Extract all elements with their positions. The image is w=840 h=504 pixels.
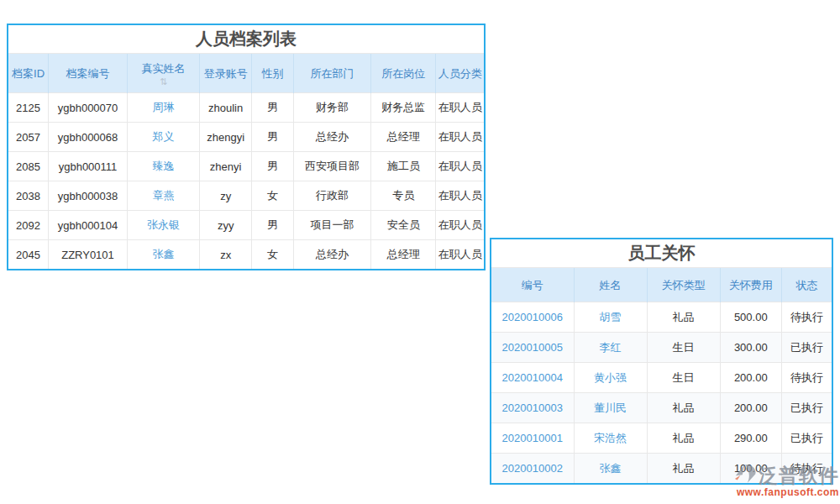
table-cell: 生日: [647, 333, 720, 363]
table-cell: 在职人员: [436, 152, 484, 181]
table-row: 2020010004黄小强生日200.00待执行: [491, 363, 832, 393]
table-cell: 总经理: [371, 240, 436, 270]
table-cell: 2057: [8, 123, 49, 152]
personnel-header-row: 档案ID档案编号真实姓名⇅登录账号性别所在部门所在岗位人员分类: [8, 54, 484, 93]
sort-icon[interactable]: ⇅: [129, 77, 197, 86]
table-cell: 行政部: [293, 181, 371, 211]
table-cell: 2085: [8, 152, 49, 181]
column-header[interactable]: 登录账号: [200, 54, 252, 93]
table-cell: 财务部: [293, 93, 371, 123]
table-cell-link[interactable]: 臻逸: [127, 152, 199, 181]
table-cell: 在职人员: [436, 181, 484, 211]
column-header[interactable]: 真实姓名⇅: [127, 54, 199, 93]
table-cell: 在职人员: [436, 93, 484, 123]
table-cell-link[interactable]: 2020010006: [491, 302, 574, 333]
table-cell: 2092: [8, 211, 49, 240]
column-header[interactable]: 人员分类: [436, 54, 484, 93]
personnel-table-title: 人员档案列表: [8, 25, 484, 54]
care-table-body: 2020010006胡雪礼品500.00待执行2020010005李红生日300…: [491, 302, 832, 484]
table-cell: 男: [252, 123, 293, 152]
table-row: 2020010005李红生日300.00已执行: [491, 333, 832, 363]
table-cell-link[interactable]: 董川民: [574, 393, 647, 423]
table-row: 2038ygbh000038章燕zy女行政部专员在职人员: [8, 181, 484, 211]
column-header-label: 关怀类型: [662, 278, 706, 292]
table-cell-link[interactable]: 黄小强: [574, 363, 647, 393]
table-cell-link[interactable]: 2020010001: [491, 423, 574, 454]
table-cell: 礼品: [647, 454, 720, 484]
table-cell-link[interactable]: 周琳: [127, 93, 199, 123]
column-header[interactable]: 关怀类型: [647, 268, 720, 302]
column-header-label: 档案ID: [12, 66, 45, 81]
column-header[interactable]: 编号: [491, 268, 574, 302]
table-row: 2020010006胡雪礼品500.00待执行: [491, 302, 832, 333]
table-cell: 在职人员: [436, 123, 484, 152]
table-cell: 2045: [8, 240, 49, 270]
table-cell: 项目一部: [293, 211, 371, 240]
table-cell: 总经理: [371, 123, 436, 152]
table-cell: 总经办: [293, 240, 371, 270]
table-cell: 待执行: [781, 454, 832, 484]
table-cell: 在职人员: [436, 211, 484, 240]
table-cell: 500.00: [720, 302, 781, 333]
table-cell: 女: [252, 240, 293, 270]
table-cell: ygbh000070: [49, 93, 128, 123]
table-cell: 已执行: [781, 423, 832, 454]
column-header-label: 档案编号: [66, 66, 110, 81]
table-cell-link[interactable]: 2020010003: [491, 393, 574, 423]
table-cell: 待执行: [781, 302, 832, 333]
table-cell-link[interactable]: 胡雪: [574, 302, 647, 333]
table-cell: 已执行: [781, 393, 832, 423]
table-cell: 待执行: [781, 363, 832, 393]
care-table-title: 员工关怀: [491, 239, 832, 268]
table-cell-link[interactable]: 2020010002: [491, 454, 574, 484]
table-cell: 财务总监: [371, 93, 436, 123]
column-header-label: 人员分类: [438, 66, 482, 81]
table-cell: 礼品: [647, 393, 720, 423]
table-cell: 200.00: [720, 393, 781, 423]
column-header[interactable]: 档案ID: [8, 54, 49, 93]
table-row: 2020010001宋浩然礼品290.00已执行: [491, 423, 832, 454]
care-header-row: 编号姓名关怀类型关怀费用状态: [491, 268, 832, 302]
table-cell: 男: [252, 93, 293, 123]
table-cell-link[interactable]: 张鑫: [574, 454, 647, 484]
table-cell-link[interactable]: 宋浩然: [574, 423, 647, 454]
column-header[interactable]: 关怀费用: [720, 268, 781, 302]
column-header[interactable]: 状态: [781, 268, 832, 302]
column-header[interactable]: 姓名: [574, 268, 647, 302]
table-cell: ygbh000038: [49, 181, 128, 211]
table-cell: 生日: [647, 363, 720, 393]
table-cell: ZZRY0101: [49, 240, 128, 270]
table-row: 2125ygbh000070周琳zhoulin男财务部财务总监在职人员: [8, 93, 484, 123]
table-cell: 施工员: [371, 152, 436, 181]
table-cell-link[interactable]: 李红: [574, 333, 647, 363]
employee-care-card: 员工关怀 编号姓名关怀类型关怀费用状态 2020010006胡雪礼品500.00…: [490, 238, 833, 485]
column-header-label: 编号: [522, 278, 543, 292]
table-row: 2020010002张鑫礼品100.00待执行: [491, 454, 832, 484]
column-header[interactable]: 所在部门: [293, 54, 371, 93]
table-cell-link[interactable]: 张永银: [127, 211, 199, 240]
column-header-label: 所在岗位: [381, 66, 425, 81]
table-row: 2057ygbh000068郑义zhengyi男总经办总经理在职人员: [8, 123, 484, 152]
personnel-table: 档案ID档案编号真实姓名⇅登录账号性别所在部门所在岗位人员分类 2125ygbh…: [8, 54, 484, 269]
table-cell: zx: [200, 240, 252, 270]
table-cell: ygbh000068: [49, 123, 128, 152]
table-cell: 男: [252, 152, 293, 181]
table-row: 2020010003董川民礼品200.00已执行: [491, 393, 832, 423]
table-cell: 礼品: [647, 423, 720, 454]
table-cell-link[interactable]: 章燕: [127, 181, 199, 211]
column-header[interactable]: 性别: [252, 54, 293, 93]
column-header-label: 登录账号: [204, 66, 248, 81]
table-cell-link[interactable]: 2020010005: [491, 333, 574, 363]
table-cell-link[interactable]: 张鑫: [127, 240, 199, 270]
table-cell-link[interactable]: 2020010004: [491, 363, 574, 393]
personnel-table-body: 2125ygbh000070周琳zhoulin男财务部财务总监在职人员2057y…: [8, 93, 484, 270]
table-cell-link[interactable]: 郑义: [127, 123, 199, 152]
table-cell: ygbh000111: [49, 152, 128, 181]
table-row: 2085ygbh000111臻逸zhenyi男西安项目部施工员在职人员: [8, 152, 484, 181]
column-header[interactable]: 档案编号: [49, 54, 128, 93]
watermark-url: www.fanpusoft.com: [734, 486, 839, 498]
column-header-label: 真实姓名: [142, 61, 186, 76]
column-header[interactable]: 所在岗位: [371, 54, 436, 93]
table-cell: 300.00: [720, 333, 781, 363]
column-header-label: 姓名: [600, 278, 622, 292]
